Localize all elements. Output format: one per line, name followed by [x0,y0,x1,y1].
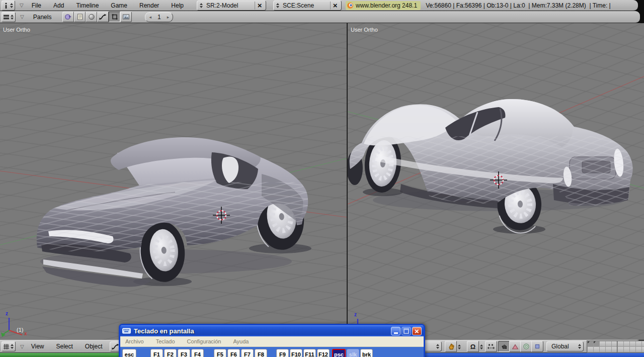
screen-selector[interactable]: SR:2-Model [197,1,266,11]
view3d-window-spinner[interactable] [10,343,14,350]
screen-selector-spinner[interactable] [199,2,203,9]
scene-close-icon[interactable] [330,2,340,10]
menu-view[interactable]: View [31,343,44,350]
buttons-window-type-button[interactable] [2,12,16,22]
script-context-button[interactable] [74,12,86,22]
panels-label[interactable]: Panels [33,14,52,21]
buttons-window-spinner[interactable] [10,14,14,21]
script-icon [76,14,84,20]
osk-menu-archivo[interactable]: Archivo [125,338,144,344]
key-f10[interactable]: F10 [290,349,302,357]
pivot-spinner[interactable] [479,343,484,350]
osk-menubar: Archivo Teclado Configuración Ayuda [120,336,424,347]
menu-help[interactable]: Help [171,2,184,9]
manipulator-scale-button[interactable] [531,341,543,352]
orientation-selector[interactable]: Global [546,341,584,351]
view3d-window-type-button[interactable] [2,341,16,351]
draw-type-button[interactable] [445,341,457,352]
scene-selector[interactable]: SCE:Scene [273,1,342,11]
osk-menu-teclado[interactable]: Teclado [156,338,175,344]
scene-context-button[interactable] [120,12,132,22]
osk-menu-ayuda[interactable]: Ayuda [233,338,249,344]
start-button[interactable] [0,353,119,357]
key-f3[interactable]: F3 [178,349,190,357]
key-f12[interactable]: F12 [317,349,330,357]
maximize-button[interactable] [401,327,411,335]
on-screen-keyboard-window[interactable]: Teclado en pantalla Archivo Teclado Conf… [119,324,425,357]
viewport-right[interactable]: User Ortho z [348,23,644,340]
screen-selector-value: SR:2-Model [206,2,252,9]
object-icon [99,14,107,20]
key-f6[interactable]: F6 [227,349,240,357]
screen-close-icon[interactable] [255,2,264,10]
buttons-window-icon [3,14,10,20]
manipulator-translate-button[interactable] [509,341,521,352]
pivot-point-button[interactable] [467,341,479,352]
viewport-right-canvas [348,23,644,340]
manipulator-toggle-button[interactable] [498,341,510,352]
key-f7[interactable]: F7 [241,349,254,357]
manipulator-rotate-button[interactable] [520,341,532,352]
key-esc[interactable]: esc [122,349,136,357]
key-f5[interactable]: F5 [214,349,226,357]
menu-add[interactable]: Add [53,2,64,9]
window-type-button[interactable] [2,1,15,11]
minimize-button[interactable] [391,327,400,335]
blender-window: File Add Timeline Game Render Help SR:2-… [0,0,644,357]
viewport-mode-label: User Ortho [3,27,30,33]
key-slk[interactable]: slk [347,349,359,357]
menu-render[interactable]: Render [139,2,159,9]
translate-icon [512,343,519,350]
frame-number-value: 1 [157,14,161,21]
key-f1[interactable]: F1 [150,349,163,357]
close-button[interactable] [412,327,422,335]
key-brk[interactable]: brk [360,349,373,357]
buttons-context-group [62,12,132,22]
frame-prev-icon[interactable]: ◂ [149,15,151,20]
menu-select[interactable]: Select [56,343,73,350]
shading-selector-spinner[interactable] [435,343,440,350]
menu-file[interactable]: File [32,2,41,9]
key-f8[interactable]: F8 [255,349,267,357]
buttons-collapse-arrow-icon[interactable] [20,14,24,20]
manipulator-arrows-icon [487,343,495,350]
viewport-left[interactable]: User Ortho z x (1) [0,23,347,340]
osk-titlebar[interactable]: Teclado en pantalla [120,325,424,336]
layer-grid-1[interactable] [587,340,618,353]
scene-selector-value: SCE:Scene [283,2,327,9]
menu-game[interactable]: Game [111,2,127,9]
draw-type-spinner[interactable] [457,343,461,350]
object-mode-icon [112,343,119,350]
menu-timeline[interactable]: Timeline [76,2,99,9]
view3d-collapse-arrow-icon[interactable] [20,344,24,349]
layer-grid-2[interactable] [617,340,644,353]
active-object-hint: (1) [17,327,23,333]
draw-type-solid-icon [447,343,455,350]
editing-context-button[interactable] [109,12,120,22]
grid-icon [3,343,10,350]
frame-next-icon[interactable]: ▸ [167,15,170,20]
menu-object[interactable]: Object [85,343,103,350]
key-f9[interactable]: F9 [276,349,289,357]
manipulator-mode-button[interactable] [485,341,497,352]
logic-context-button[interactable] [62,12,74,22]
scale-icon [534,343,540,349]
blender-version-pill: www.blender.org 248.1 [346,1,421,10]
orientation-spinner[interactable] [577,343,582,350]
collapse-menu-arrow-icon[interactable] [20,3,24,8]
scene-selector-spinner[interactable] [275,2,280,9]
frame-number-stepper[interactable]: ◂ 1 ▸ [145,12,173,22]
key-f4[interactable]: F4 [191,349,204,357]
key-psc[interactable]: psc [332,349,346,357]
osk-menu-configuracion[interactable]: Configuración [187,338,221,344]
top-menu-bar: File Add Timeline Game Render Help SR:2-… [0,0,638,11]
object-context-button[interactable] [97,12,109,22]
shading-context-button[interactable] [86,12,97,22]
key-f2[interactable]: F2 [164,349,177,357]
key-f11[interactable]: F11 [303,349,316,357]
scene-stats: Ve:56860 | Fa:56396 | Ob:13-0 | La:0 | M… [426,2,611,9]
window-type-spinner[interactable] [9,2,14,9]
logic-icon [64,14,72,20]
editing-icon [111,14,118,20]
hand-icon [501,343,508,350]
